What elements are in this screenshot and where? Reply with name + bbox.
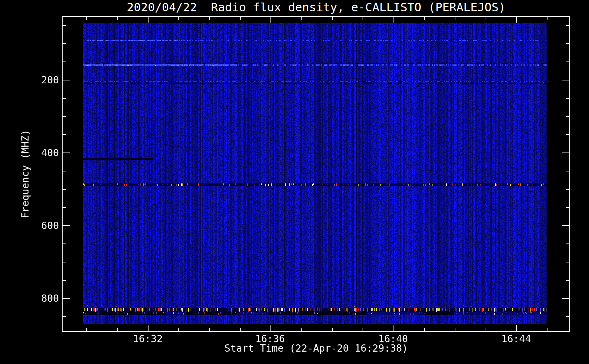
spectrogram-page: { "chart_data": { "type": "heatmap", "ti… [0,0,589,364]
y-tick-label-200: 200 [15,75,59,85]
y-tick-label-800: 800 [15,293,59,304]
y-axis-label: Frequency (MHZ) [20,130,31,218]
spectrogram-canvas [0,0,589,364]
y-tick-label-400: 400 [15,148,59,158]
y-tick-label-600: 600 [15,221,59,231]
x-axis-label: Start Time (22-Apr-20 16:29:38) [62,343,570,354]
